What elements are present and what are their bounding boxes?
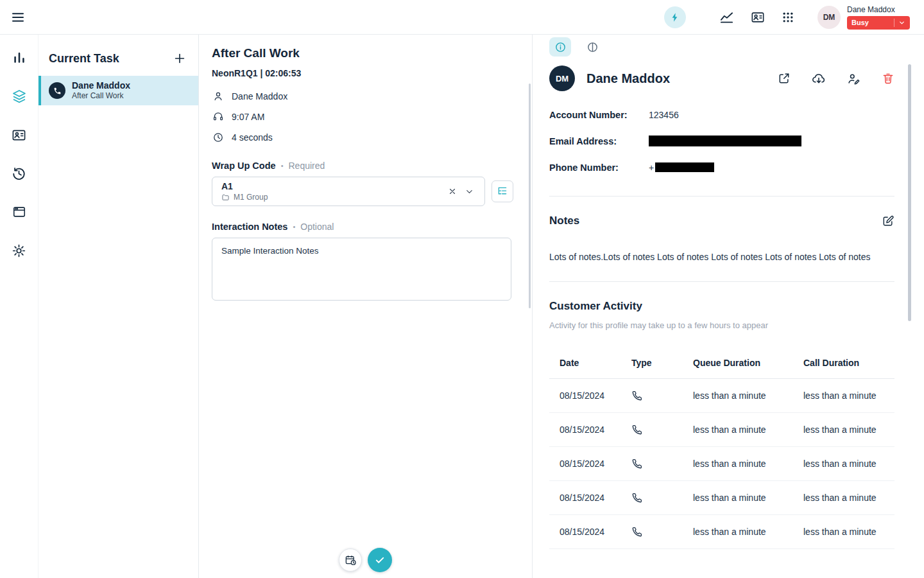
download-profile-button[interactable] (812, 71, 826, 85)
app-body: Current Task Dane Maddox After Call Work (0, 35, 924, 578)
table-row: 08/15/2024 less than a minute less than … (549, 447, 894, 481)
wrap-up-select[interactable]: A1 M1 Group (212, 177, 485, 206)
profile-tabs (549, 37, 894, 57)
cell-date: 08/15/2024 (560, 527, 631, 537)
account-number-value: 123456 (649, 110, 679, 120)
dot-separator: • (281, 162, 284, 170)
divider (549, 196, 894, 197)
dialpad-button[interactable] (782, 11, 794, 24)
activity-header: Customer Activity (549, 300, 894, 313)
contacts-button[interactable] (751, 10, 765, 24)
wrap-up-row: A1 M1 Group (212, 177, 517, 206)
cell-queue-duration: less than a minute (693, 425, 803, 435)
clear-selection-button[interactable] (444, 183, 461, 200)
call-info-list: Dane Maddox 9:07 AM 4 seconds (212, 89, 517, 145)
profile-name: Dane Maddox (586, 71, 778, 86)
schedule-callback-button[interactable] (339, 548, 362, 572)
col-call-duration: Call Duration (803, 358, 894, 368)
activity-title: Customer Activity (549, 300, 642, 313)
analytics-button[interactable] (719, 10, 734, 24)
user-avatar[interactable]: DM (817, 6, 841, 29)
rail-item-queues-active[interactable] (9, 86, 30, 107)
status-dropdown[interactable]: Busy (847, 16, 910, 30)
plus-icon (173, 51, 187, 66)
add-task-button[interactable] (173, 51, 187, 66)
quick-actions-button[interactable] (664, 6, 686, 28)
cell-call-duration: less than a minute (803, 493, 894, 503)
cell-queue-duration: less than a minute (693, 390, 803, 401)
topbar-actions (664, 6, 794, 28)
profile-avatar: DM (549, 66, 575, 91)
phone-row: Phone Number: + (549, 154, 894, 180)
status-label: Busy (851, 19, 890, 26)
email-value (649, 136, 801, 146)
wrap-up-value: A1 (221, 181, 444, 191)
tab-compare[interactable] (581, 37, 603, 57)
call-type-phone-icon (631, 390, 693, 401)
rail-item-browser[interactable] (9, 202, 30, 222)
table-header-row: Date Type Queue Duration Call Duration (549, 347, 894, 379)
after-call-work-panel: After Call Work NeonR1Q1 | 02:06:53 Dane… (199, 35, 533, 578)
phone-icon (49, 82, 65, 99)
history-icon (12, 166, 26, 181)
cell-queue-duration: less than a minute (693, 527, 803, 537)
task-item-selected[interactable]: Dane Maddox After Call Work (38, 76, 198, 105)
wrap-up-selected: A1 M1 Group (221, 181, 444, 202)
person-icon (212, 91, 224, 102)
cell-call-duration: less than a minute (803, 527, 894, 537)
rail-item-settings[interactable] (9, 240, 30, 261)
hamburger-icon (10, 10, 26, 25)
profile-actions (778, 71, 894, 85)
phone-value: + (649, 162, 714, 173)
rail-item-history[interactable] (9, 163, 30, 184)
contact-name: Dane Maddox (232, 91, 287, 101)
rail-item-metrics[interactable] (9, 48, 30, 68)
tree-list-icon (497, 186, 508, 197)
start-time-row: 9:07 AM (212, 109, 517, 125)
edit-profile-button[interactable] (847, 72, 860, 85)
complete-task-button[interactable] (368, 548, 392, 572)
cell-date: 08/15/2024 (560, 493, 631, 503)
edit-pencil-icon (882, 215, 894, 227)
phone-prefix: + (649, 162, 654, 173)
profile-header: DM Dane Maddox (549, 66, 894, 91)
phone-label: Phone Number: (549, 162, 649, 173)
calendar-clock-icon (345, 554, 357, 566)
session-info: NeonR1Q1 | 02:06:53 (212, 68, 517, 78)
current-task-panel: Current Task Dane Maddox After Call Work (38, 35, 199, 578)
tab-info[interactable] (549, 37, 571, 57)
cloud-download-icon (812, 71, 826, 85)
open-profile-button[interactable] (778, 72, 791, 85)
layers-icon (12, 89, 27, 104)
current-task-header: Current Task (38, 35, 198, 66)
dot-separator: • (293, 223, 295, 231)
check-icon (374, 554, 386, 566)
table-row: 08/15/2024 less than a minute less than … (549, 515, 894, 549)
edit-notes-button[interactable] (882, 215, 894, 227)
folder-icon (221, 193, 230, 202)
task-type: After Call Work (72, 91, 130, 101)
browse-codes-button[interactable] (492, 180, 513, 202)
chevron-down-icon (898, 19, 905, 26)
window-icon (12, 205, 26, 219)
rail-item-contacts[interactable] (9, 125, 30, 145)
scrollbar-thumb[interactable] (908, 64, 911, 321)
select-caret-button[interactable] (461, 183, 478, 200)
interaction-notes-label-row: Interaction Notes • Optional (212, 222, 517, 232)
activity-subtitle: Activity for this profile may take up to… (549, 320, 894, 330)
status-divider (894, 19, 894, 27)
delete-profile-button[interactable] (882, 72, 894, 85)
wrap-up-group-row: M1 Group (221, 193, 444, 202)
scrollbar-thumb[interactable] (529, 83, 531, 308)
trash-icon (882, 72, 894, 85)
cell-call-duration: less than a minute (803, 459, 894, 469)
duration-value: 4 seconds (232, 132, 273, 143)
call-type-phone-icon (631, 424, 693, 435)
hamburger-menu-button[interactable] (10, 10, 26, 25)
panel-title: Current Task (49, 52, 119, 66)
app-window: DM Dane Maddox Busy (0, 0, 924, 578)
account-number-row: Account Number: 123456 (549, 101, 894, 128)
email-label: Email Address: (549, 136, 649, 146)
activity-table: Date Type Queue Duration Call Duration 0… (549, 347, 894, 549)
interaction-notes-textarea[interactable]: Sample Interaction Notes (212, 238, 511, 301)
